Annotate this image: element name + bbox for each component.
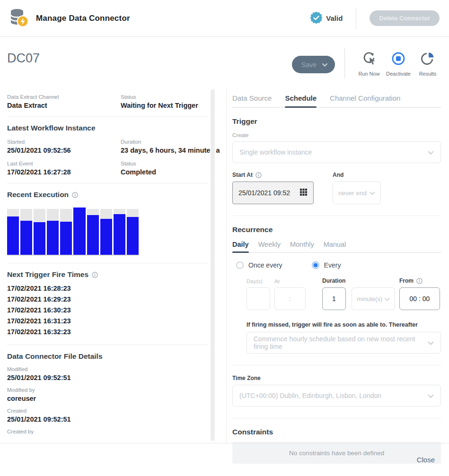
- recurrence-tab[interactable]: Manual: [324, 241, 346, 252]
- missed-firing-text: If firing missed, trigger will fire as s…: [247, 321, 441, 328]
- from-group: From 00 : 00: [399, 277, 440, 310]
- and-group: And never end: [333, 172, 381, 204]
- field-value: coreuser: [7, 395, 208, 402]
- field-value: 25/01/2021 09:52:51: [7, 415, 208, 423]
- thereafter-select[interactable]: Commence hourly schedule based on new mo…: [247, 332, 441, 354]
- divider: [232, 418, 441, 418]
- time-zone-select[interactable]: (UTC+00:00) Dublin, Edinburgh, Lisbon, L…: [232, 385, 441, 407]
- left-panel-scrollbar[interactable]: [211, 89, 215, 441]
- connector-summary-panel: Data Extract Channel Data Extract Status…: [0, 87, 226, 443]
- recurrence-tab[interactable]: Weekly: [258, 241, 281, 252]
- trigger-fire-time: 17/02/2021 16:32:23: [7, 327, 208, 338]
- results-button[interactable]: Results: [413, 45, 442, 77]
- run-now-icon: [361, 51, 377, 69]
- recurrence-tab[interactable]: Monthly: [290, 241, 314, 252]
- start-at-label: Start At: [232, 172, 253, 178]
- execution-bar: [34, 208, 45, 255]
- field-label: Created by: [7, 429, 208, 434]
- duration-unit-group: minute(s): [352, 287, 395, 310]
- execution-bar-fill: [47, 221, 59, 255]
- recurrence-tab[interactable]: Daily: [232, 241, 249, 252]
- start-at-input[interactable]: 25/01/2021 09:52: [232, 182, 314, 204]
- info-icon[interactable]: [72, 192, 78, 198]
- delete-connector-button[interactable]: Delete Connector: [370, 10, 440, 26]
- field-label: Created: [7, 408, 208, 414]
- results-label: Results: [419, 71, 437, 77]
- execution-bar: [20, 208, 32, 255]
- field-label: Modified by: [7, 387, 208, 393]
- dialog-footer: Close: [0, 443, 449, 476]
- time-zone-label: Time Zone: [232, 375, 441, 381]
- create-select-value: Single workflow instance: [239, 148, 312, 156]
- radio-label: Every: [324, 261, 341, 269]
- results-icon: [420, 51, 435, 69]
- start-at-group: Start At 25/01/2021 09:52: [232, 172, 314, 204]
- execution-bar-fill: [100, 219, 112, 255]
- never-end-select[interactable]: never end: [333, 182, 381, 204]
- constraints-heading: Constraints: [232, 428, 441, 436]
- duration-unit-select[interactable]: minute(s): [352, 287, 395, 310]
- field-value: Data Extract: [7, 102, 121, 109]
- recurrence-mode-radio[interactable]: Once every: [236, 261, 282, 269]
- chevron-down-icon: [428, 392, 434, 399]
- config-tabs: Data SourceScheduleChannel Configuration: [232, 94, 441, 108]
- divider: [7, 345, 208, 345]
- trigger-fire-time: 17/02/2021 16:28:23: [7, 283, 208, 294]
- duration-label: Duration: [322, 277, 346, 284]
- field-label: Modified: [7, 366, 208, 372]
- at-input[interactable]: :: [274, 287, 306, 310]
- data-extract-channel-field: Data Extract Channel Data Extract: [7, 94, 121, 109]
- field-value: 23 days, 6 hours, 34 minutes a: [121, 147, 220, 154]
- execution-bar-fill: [7, 216, 19, 255]
- dialog-title: Manage Data Connector: [36, 14, 130, 23]
- connector-status-field: Status Waiting for Next Trigger: [121, 94, 208, 109]
- create-select[interactable]: Single workflow instance: [232, 141, 441, 163]
- info-icon[interactable]: [92, 272, 98, 278]
- status-badge: Valid: [310, 12, 343, 25]
- trigger-heading: Trigger: [232, 117, 441, 126]
- divider: [232, 365, 441, 365]
- chevron-down-icon: [385, 295, 390, 303]
- data-connector-icon: [9, 7, 29, 30]
- close-button[interactable]: Close: [417, 456, 435, 464]
- info-icon[interactable]: [416, 278, 423, 284]
- divider: [7, 116, 208, 117]
- duration-field: Duration 23 days, 6 hours, 34 minutes a: [121, 139, 220, 154]
- info-icon[interactable]: [255, 172, 262, 178]
- from-time-value: 00 : 00: [410, 295, 430, 303]
- trigger-fire-time: 17/02/2021 16:29:23: [7, 294, 208, 305]
- next-trigger-heading: Next Trigger Fire Times: [7, 270, 208, 279]
- at-value: :: [289, 295, 291, 303]
- field-label: Started: [7, 139, 121, 145]
- from-time-input[interactable]: 00 : 00: [399, 287, 440, 310]
- days-input[interactable]: [247, 287, 270, 310]
- field-label: Data Extract Channel: [7, 94, 121, 100]
- toolbar-divider: [344, 48, 345, 78]
- radio-label: Once every: [248, 261, 282, 269]
- header-divider: [356, 8, 356, 29]
- run-now-button[interactable]: Run Now: [354, 45, 384, 77]
- recurrence-tabs: DailyWeeklyMonthlyManual: [232, 241, 441, 253]
- field-value: 25/01/2021 09:52:56: [7, 147, 121, 154]
- duration-input[interactable]: 1: [322, 287, 346, 310]
- field-value: Waiting for Next Trigger: [121, 102, 208, 109]
- divider: [7, 263, 208, 263]
- field-label: Last Event: [7, 161, 121, 166]
- recurrence-heading: Recurrence: [232, 225, 441, 234]
- config-tab[interactable]: Channel Configuration: [330, 94, 400, 107]
- deactivate-button[interactable]: Deactivate: [384, 45, 413, 77]
- config-tab[interactable]: Schedule: [285, 94, 317, 107]
- thereafter-value: Commence hourly schedule based on new mo…: [254, 335, 428, 350]
- calendar-icon[interactable]: [299, 188, 308, 198]
- execution-bar: [87, 208, 99, 255]
- save-button[interactable]: Save: [292, 56, 335, 73]
- manage-data-connector-dialog: Manage Data Connector Valid Delete Conne…: [0, 0, 449, 476]
- dialog-header: Manage Data Connector Valid Delete Conne…: [0, 0, 449, 37]
- config-tab[interactable]: Data Source: [232, 94, 272, 107]
- file-details-heading: Data Connector File Details: [7, 352, 208, 361]
- at-label: At: [274, 278, 306, 284]
- deactivate-label: Deactivate: [386, 71, 411, 77]
- recurrence-mode-radio[interactable]: Every: [312, 261, 341, 269]
- duration-value: 1: [332, 295, 336, 303]
- divider: [232, 216, 441, 216]
